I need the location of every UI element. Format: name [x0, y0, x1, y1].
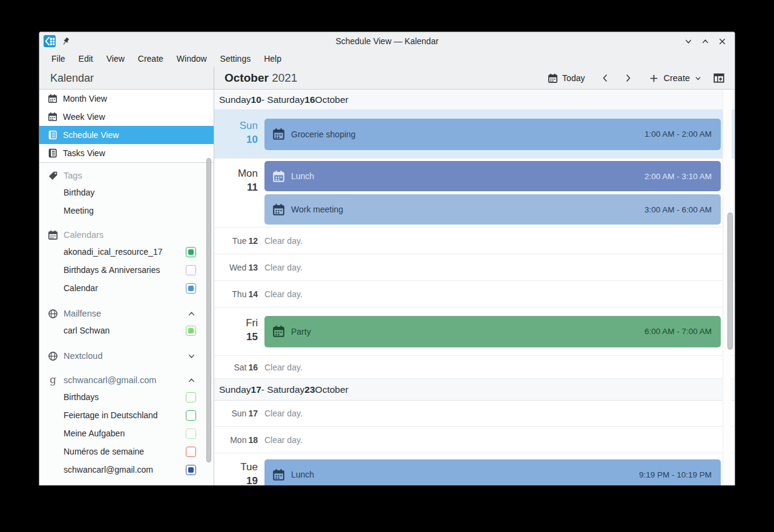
calendar-checkbox[interactable] — [186, 465, 196, 475]
calendar-checkbox[interactable] — [186, 447, 196, 457]
sidebar-item-schedule-view[interactable]: Schedule View — [39, 126, 214, 144]
calendar-checkbox[interactable] — [186, 326, 196, 336]
sidebar-scrollbar[interactable] — [206, 158, 211, 462]
event-lunch[interactable]: Lunch 9:19 PM - 10:19 PM — [264, 459, 721, 485]
day-label: Tue 19 — [214, 453, 258, 485]
calendar-item-akonadi[interactable]: akonadi_ical_resource_17 — [39, 243, 214, 261]
calendar-checkbox[interactable] — [186, 283, 196, 294]
calendar-icon — [272, 128, 285, 140]
view-label: Week View — [63, 112, 105, 122]
chevron-down-icon — [694, 74, 702, 82]
account-header-nextcloud[interactable]: Nextcloud — [39, 348, 214, 364]
calendar-item-birthdays-anniversaries[interactable]: Birthdays & Anniversaries — [39, 261, 214, 279]
sidebar-item-month-view[interactable]: Month View — [39, 90, 214, 108]
day-label: Mon 11 — [214, 159, 258, 227]
chevron-up-icon[interactable] — [187, 309, 196, 318]
calendars-section-header[interactable]: Calendars — [39, 227, 214, 243]
calendar-checkbox[interactable] — [186, 392, 196, 402]
calendar-checkbox[interactable] — [186, 410, 196, 421]
kalendar-app-icon — [44, 35, 56, 47]
menu-create[interactable]: Create — [131, 51, 170, 66]
calendar-icon — [48, 94, 57, 103]
previous-button[interactable] — [600, 73, 610, 83]
event-party[interactable]: Party 6:00 AM - 7:00 AM — [264, 316, 721, 347]
close-button[interactable] — [718, 37, 727, 46]
day-label: Fri 15 — [214, 307, 258, 355]
calendar-icon — [272, 468, 285, 481]
view-label: Month View — [63, 94, 107, 103]
day-label: Tue12 — [214, 236, 258, 246]
event-title: Lunch — [291, 171, 644, 181]
pin-icon[interactable] — [61, 37, 70, 46]
schedule-row-thu-14: Thu14 Clear day. — [214, 281, 735, 307]
schedule-row-fri-15: Fri 15 Party 6:00 AM - 7:00 AM — [214, 307, 735, 356]
calendar-item-schwancarl[interactable]: schwancarl@gmail.com — [39, 461, 214, 479]
clear-day-label: Clear day. — [264, 289, 303, 299]
next-button[interactable] — [623, 73, 633, 83]
globe-icon — [48, 351, 58, 361]
sidebar-item-week-view[interactable]: Week View — [39, 108, 214, 126]
chevron-up-icon[interactable] — [187, 376, 196, 385]
clear-day-label: Clear day. — [264, 236, 303, 246]
sidebar-item-tasks-view[interactable]: Tasks View — [39, 144, 214, 162]
tag-item-meeting[interactable]: Meeting — [39, 202, 214, 220]
day-label: Sat16 — [214, 363, 258, 372]
google-icon: g — [48, 375, 58, 386]
tasks-icon — [48, 148, 57, 158]
schedule-row-sun-17: Sun17 Clear day. — [214, 401, 735, 427]
tag-item-birthday[interactable]: Birthday — [39, 183, 214, 202]
schedule-scrollbar[interactable] — [727, 212, 733, 350]
event-title: Grocerie shoping — [291, 130, 644, 139]
day-label: Wed13 — [214, 263, 258, 272]
week-header: Sunday 17 - Saturday 23 October — [214, 379, 735, 401]
calendar-checkbox[interactable] — [186, 429, 196, 439]
schedule-icon — [48, 130, 57, 140]
event-work-meeting[interactable]: Work meeting 3:00 AM - 6:00 AM — [264, 194, 721, 225]
desktop-background: Schedule View — Kalendar File Edit View … — [0, 0, 774, 532]
calendar-item-feiertage[interactable]: Feiertage in Deutschland — [39, 406, 214, 424]
account-header-gmail[interactable]: g schwancarl@gmail.com — [39, 372, 214, 388]
calendar-item-birthdays[interactable]: Birthdays — [39, 388, 214, 406]
calendar-icon — [48, 112, 57, 122]
view-label: Schedule View — [63, 130, 119, 140]
menu-settings[interactable]: Settings — [214, 51, 258, 66]
today-button[interactable]: Today — [548, 73, 585, 84]
create-button[interactable]: Create — [649, 73, 702, 84]
plus-icon — [649, 73, 659, 84]
schedule-view: Sunday 10 - Saturday 16 October Sun 10 G… — [214, 90, 735, 485]
calendar-checkbox[interactable] — [186, 247, 196, 257]
event-time: 9:19 PM - 10:19 PM — [639, 470, 712, 479]
globe-icon — [48, 309, 58, 319]
add-panel-icon[interactable] — [713, 72, 725, 84]
schedule-row-tue-12: Tue12 Clear day. — [214, 228, 735, 254]
chevron-down-icon[interactable] — [187, 352, 196, 361]
minimize-button[interactable] — [684, 37, 693, 46]
event-title: Party — [291, 327, 644, 337]
menu-help[interactable]: Help — [257, 51, 288, 66]
tags-section-header[interactable]: Tags — [39, 168, 214, 183]
titlebar[interactable]: Schedule View — Kalendar — [39, 32, 735, 50]
calendar-item-numeros-de-semaine[interactable]: Numéros de semaine — [39, 442, 214, 461]
calendar-icon — [548, 73, 558, 84]
event-grocerie-shoping[interactable]: Grocerie shoping 1:00 AM - 2:00 AM — [264, 119, 721, 150]
clear-day-label: Clear day. — [264, 363, 303, 372]
window-controls — [684, 37, 735, 46]
day-label: Sun 10 — [214, 110, 258, 158]
calendar-checkbox[interactable] — [186, 265, 196, 275]
menu-view[interactable]: View — [100, 51, 131, 66]
event-time: 3:00 AM - 6:00 AM — [644, 205, 712, 214]
event-lunch[interactable]: Lunch 2:00 AM - 3:10 AM — [264, 161, 721, 191]
schedule-row-mon-18: Mon18 Clear day. — [214, 427, 735, 453]
menu-window[interactable]: Window — [170, 51, 214, 66]
view-label: Tasks View — [63, 148, 105, 158]
event-title: Lunch — [291, 470, 639, 479]
calendar-item-carl-schwan[interactable]: carl Schwan — [39, 321, 214, 340]
maximize-button[interactable] — [701, 37, 710, 46]
calendar-item-calendar[interactable]: Calendar — [39, 279, 214, 297]
menu-edit[interactable]: Edit — [72, 51, 100, 66]
calendar-item-meine-aufgaben[interactable]: Meine Aufgaben — [39, 424, 214, 442]
menu-file[interactable]: File — [45, 51, 72, 66]
account-header-mailfense[interactable]: Mailfense — [39, 306, 214, 321]
schedule-row-wed-13: Wed13 Clear day. — [214, 254, 735, 281]
calendar-icon — [48, 230, 58, 240]
